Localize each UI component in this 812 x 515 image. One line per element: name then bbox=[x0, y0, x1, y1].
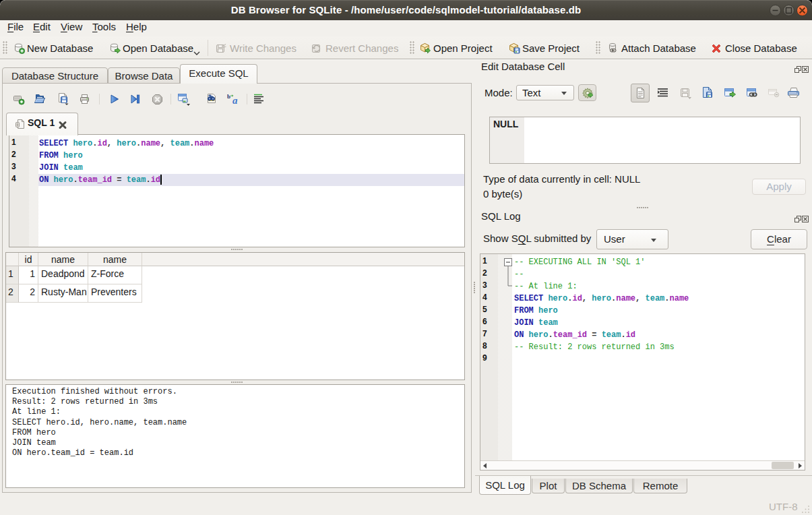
svg-text:a: a bbox=[232, 95, 238, 105]
svg-text:b: b bbox=[227, 93, 230, 100]
